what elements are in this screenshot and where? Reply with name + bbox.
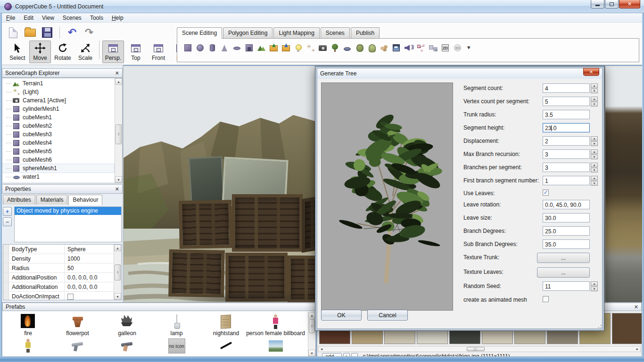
properties-close-icon[interactable]: ✕ <box>115 187 119 192</box>
field-spinner[interactable]: ▲▼ <box>591 149 598 159</box>
texture-scrollbar[interactable]: ◄ ||| ► <box>318 346 641 352</box>
tab-scenes[interactable]: Scenes <box>321 27 350 38</box>
prefab-lamp[interactable]: lamp <box>152 312 201 337</box>
room-icon[interactable] <box>244 43 254 53</box>
cylinder-icon[interactable] <box>207 43 217 53</box>
light-icon[interactable] <box>293 43 303 53</box>
field-spinner[interactable]: ▲▼ <box>591 163 598 172</box>
menu-tools[interactable]: Tools <box>86 13 107 23</box>
tab-polygon-editing[interactable]: Polygon Editing <box>223 27 272 38</box>
tree-item-cylindermesh1[interactable]: cylinderMesh1 <box>2 105 114 113</box>
property-value[interactable]: Sphere <box>65 245 113 254</box>
move-tool-button[interactable]: Move <box>29 41 51 63</box>
view-top-button[interactable]: Top <box>125 41 147 63</box>
scroll-thumb[interactable]: ||| <box>467 347 485 351</box>
tree-item-cubemesh3[interactable]: cubeMesh3 <box>2 130 114 139</box>
spin-up-icon[interactable]: ▲ <box>591 83 598 88</box>
field-spinner[interactable]: ▲▼ <box>591 136 598 146</box>
scroll-down-icon[interactable]: ▼ <box>115 176 122 183</box>
menu-file[interactable]: File <box>2 13 19 23</box>
tab-materials[interactable]: Materials <box>36 195 68 205</box>
scroll-thumb[interactable] <box>309 319 315 333</box>
tree-item-spheremesh1[interactable]: sphereMesh1 <box>2 164 114 173</box>
texture-browser-close-icon[interactable]: ✕ <box>634 304 638 310</box>
field-checkbox[interactable] <box>543 296 549 302</box>
spin-down-icon[interactable]: ▼ <box>591 155 598 159</box>
prefab-pistol[interactable] <box>53 337 102 354</box>
field-input[interactable]: 1 <box>543 176 590 185</box>
plane-icon[interactable] <box>232 43 242 53</box>
zoom-out-button[interactable]: - <box>351 353 358 357</box>
spin-down-icon[interactable]: ▼ <box>591 141 598 146</box>
tree-item-cubemesh6[interactable]: cubeMesh6 <box>2 156 114 164</box>
prefab-club[interactable] <box>201 337 251 354</box>
prefabs-scrollbar[interactable]: ▲ ▼ <box>308 312 315 356</box>
tab-attributes[interactable]: Attributes <box>3 195 35 205</box>
scroll-down-icon[interactable]: ▼ <box>308 350 315 356</box>
scroll-up-icon[interactable]: ▲ <box>114 245 121 251</box>
property-value[interactable] <box>65 292 113 300</box>
redo-button[interactable]: ↷ <box>83 26 96 39</box>
tree-item-light[interactable]: (Light) <box>2 88 114 96</box>
spin-up-icon[interactable]: ▲ <box>591 176 598 181</box>
ok-button[interactable]: OK <box>321 310 362 321</box>
vegetation-icon[interactable] <box>355 43 364 53</box>
field-input[interactable]: 11 <box>543 281 590 291</box>
tab-light-mapping[interactable]: Light Mapping <box>273 27 319 38</box>
scroll-left-icon[interactable]: ◄ <box>319 346 324 352</box>
field-input[interactable]: 35.0 <box>543 239 590 249</box>
path-icon[interactable] <box>416 43 426 53</box>
prefab-nightstand[interactable]: nightstand <box>201 312 251 337</box>
prefab-galleon[interactable]: galleon <box>102 312 152 337</box>
menu-view[interactable]: View <box>38 13 58 23</box>
bush-icon[interactable] <box>367 43 377 53</box>
camera-icon[interactable] <box>318 43 328 53</box>
property-value[interactable]: 1000 <box>65 254 113 263</box>
overlay-3d-icon[interactable] <box>453 43 462 53</box>
sound-icon[interactable] <box>404 43 413 53</box>
cone-icon[interactable] <box>220 43 230 53</box>
property-value[interactable]: 50 <box>65 263 113 272</box>
field-spinner[interactable]: ▲▼ <box>591 281 598 291</box>
property-checkbox[interactable] <box>67 294 74 300</box>
view-persp-button[interactable]: Persp. <box>102 41 124 63</box>
scenegraph-close-icon[interactable]: ✕ <box>115 71 119 76</box>
property-grid-scrollbar[interactable]: ▲ ▼ <box>114 245 121 300</box>
scroll-right-icon[interactable]: ► <box>635 346 640 352</box>
prefab-flowerpot[interactable]: flowerpot <box>53 312 102 337</box>
field-spinner[interactable]: ▲▼ <box>591 97 598 106</box>
terrain-icon[interactable] <box>256 43 266 53</box>
spin-up-icon[interactable]: ▲ <box>591 149 598 154</box>
prefab-pistol-hand[interactable] <box>102 337 152 354</box>
scroll-thumb[interactable] <box>116 124 122 144</box>
close-button[interactable]: ✕ <box>619 0 640 8</box>
menu-help[interactable]: Help <box>107 13 128 23</box>
prefab-person-male[interactable] <box>3 337 53 354</box>
water-surface-icon[interactable] <box>342 43 352 53</box>
spin-down-icon[interactable]: ▼ <box>591 287 598 291</box>
field-input[interactable]: 30.0 <box>543 213 590 222</box>
select-tool-button[interactable]: Select <box>7 41 28 63</box>
spin-down-icon[interactable]: ▼ <box>591 102 598 107</box>
spin-up-icon[interactable]: ▲ <box>591 281 598 286</box>
behavior-item[interactable]: Object moved by physics engine <box>15 207 121 215</box>
tree-item-cubemesh2[interactable]: cubeMesh2 <box>2 122 114 130</box>
property-value[interactable]: 0.0, 0.0, 0.0 <box>65 282 113 291</box>
spin-up-icon[interactable]: ▲ <box>591 97 598 101</box>
property-value[interactable]: 0.0, 0.0, 0.0 <box>65 273 113 282</box>
tab-behaviour[interactable]: Behaviour <box>68 195 102 205</box>
field-input[interactable]: 5 <box>543 97 590 106</box>
clone-node-icon[interactable] <box>428 43 438 53</box>
resize-grip[interactable] <box>597 323 603 329</box>
field-input[interactable]: 3 <box>543 163 590 172</box>
overlay-2d-icon[interactable] <box>440 43 450 53</box>
field-input[interactable]: 4 <box>543 83 590 93</box>
field-spinner[interactable]: ▲▼ <box>591 176 598 185</box>
spin-down-icon[interactable]: ▼ <box>591 181 598 186</box>
field-input[interactable]: 3.5 <box>543 110 590 119</box>
scroll-thumb[interactable] <box>115 264 121 280</box>
import-mesh-icon[interactable] <box>269 43 279 53</box>
field-input[interactable]: 3 <box>543 149 590 159</box>
scroll-up-icon[interactable]: ▲ <box>115 78 122 85</box>
field-input[interactable]: 0.0, 45.0, 90.0 <box>543 200 590 209</box>
